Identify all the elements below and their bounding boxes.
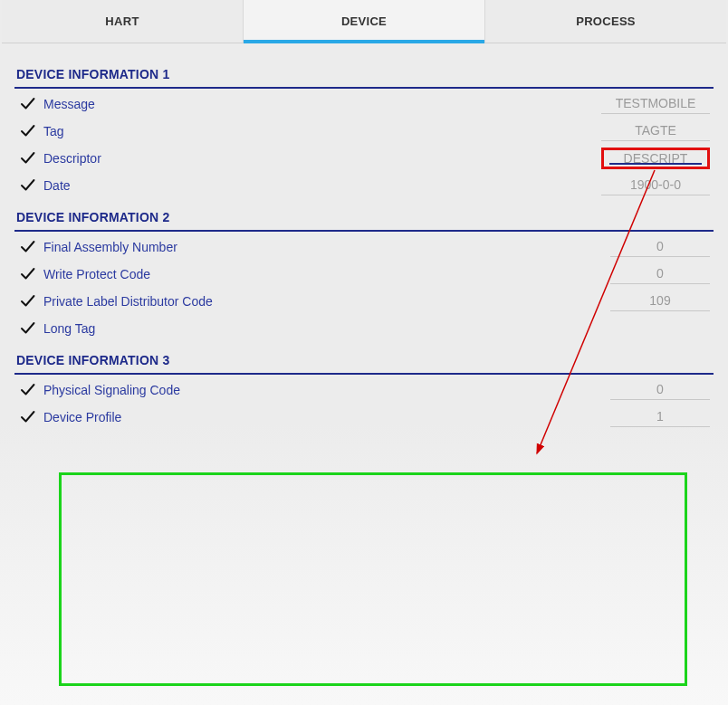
section-title: DEVICE INFORMATION 2	[14, 199, 714, 230]
tab-label: DEVICE	[341, 14, 387, 28]
row-value[interactable]: TAGTE	[601, 120, 710, 141]
row-value-highlighted[interactable]: DESCRIPT	[601, 148, 710, 169]
section-divider	[14, 373, 714, 375]
tab-process[interactable]: PROCESS	[485, 0, 726, 43]
row-label: Descriptor	[40, 151, 601, 166]
section-divider	[14, 230, 714, 232]
row-value[interactable]: 0	[610, 379, 710, 400]
row-value[interactable]: 0	[610, 263, 710, 284]
checkmark-icon	[14, 293, 40, 310]
row-label: Write Protect Code	[40, 267, 610, 281]
row-physical-signaling[interactable]: Physical Signaling Code 0	[14, 376, 714, 404]
row-label: Long Tag	[40, 321, 610, 336]
row-label: Message	[40, 97, 601, 111]
checkmark-icon	[14, 150, 40, 167]
checkmark-icon	[14, 409, 40, 425]
tab-hart[interactable]: HART	[2, 0, 243, 43]
row-final-assembly[interactable]: Final Assembly Number 0	[14, 233, 714, 261]
row-label: Tag	[40, 124, 601, 138]
tab-label: PROCESS	[576, 14, 636, 28]
row-label: Private Label Distributor Code	[40, 294, 610, 309]
checkmark-icon	[14, 239, 40, 255]
row-value[interactable]: 109	[610, 291, 710, 311]
tab-label: HART	[105, 14, 139, 28]
row-message[interactable]: Message TESTMOBILE	[14, 91, 714, 118]
row-label: Date	[40, 178, 601, 193]
checkmark-icon	[14, 320, 40, 337]
section-title: DEVICE INFORMATION 3	[14, 342, 714, 373]
row-tag[interactable]: Tag TAGTE	[14, 118, 714, 145]
row-device-profile[interactable]: Device Profile 1	[14, 404, 714, 431]
row-label: Device Profile	[40, 410, 610, 424]
section-divider	[14, 87, 714, 89]
row-label: Physical Signaling Code	[40, 383, 610, 397]
row-label: Final Assembly Number	[40, 240, 610, 254]
content-area: DEVICE INFORMATION 1 Message TESTMOBILE …	[0, 43, 728, 431]
annotation-target-box	[59, 472, 687, 686]
checkmark-icon	[14, 382, 40, 398]
tab-bar: HART DEVICE PROCESS	[2, 0, 726, 43]
row-write-protect[interactable]: Write Protect Code 0	[14, 261, 714, 288]
row-value[interactable]: 1900-0-0	[601, 175, 710, 195]
row-value[interactable]: 0	[610, 236, 710, 257]
checkmark-icon	[14, 96, 40, 112]
row-value[interactable]: 1	[610, 406, 710, 427]
tab-device[interactable]: DEVICE	[243, 0, 485, 43]
row-value[interactable]: TESTMOBILE	[601, 93, 710, 114]
row-long-tag[interactable]: Long Tag	[14, 315, 714, 342]
row-date[interactable]: Date 1900-0-0	[14, 172, 714, 199]
section-title: DEVICE INFORMATION 1	[14, 56, 714, 87]
checkmark-icon	[14, 177, 40, 194]
row-descriptor[interactable]: Descriptor DESCRIPT	[14, 145, 714, 172]
row-private-label[interactable]: Private Label Distributor Code 109	[14, 288, 714, 315]
checkmark-icon	[14, 266, 40, 282]
checkmark-icon	[14, 123, 40, 139]
